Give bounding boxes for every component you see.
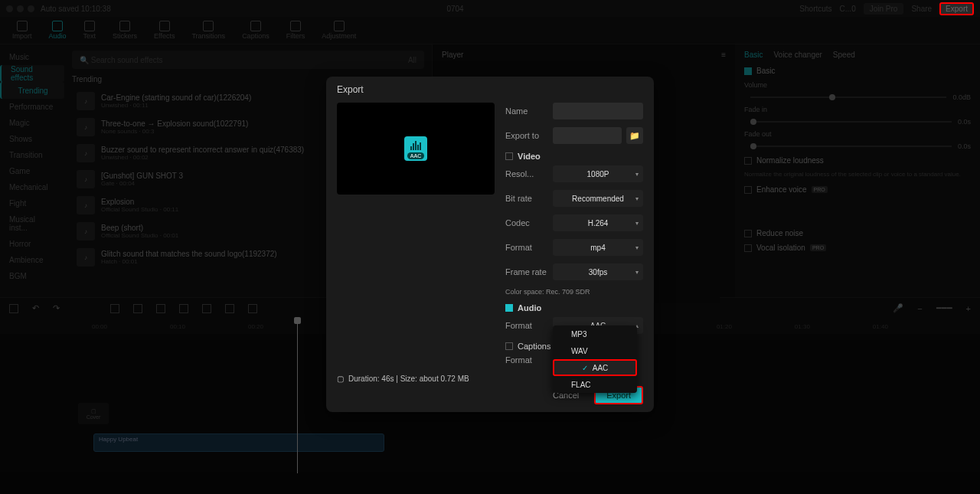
- credits-badge[interactable]: C...0: [840, 5, 856, 13]
- dropdown-mp3[interactable]: MP3: [553, 326, 637, 342]
- video-format-select[interactable]: mp4▾: [553, 239, 643, 256]
- cat-game[interactable]: Game: [0, 163, 64, 179]
- basic-checkbox[interactable]: [744, 67, 752, 75]
- playhead[interactable]: [297, 320, 298, 473]
- tab-filters[interactable]: Filters: [279, 19, 313, 41]
- properties-panel: Basic Voice changer Speed Basic Volume 0…: [735, 44, 980, 297]
- enhance-checkbox[interactable]: [744, 186, 752, 194]
- prop-tab-basic[interactable]: Basic: [744, 51, 763, 59]
- delete-icon[interactable]: [179, 304, 188, 313]
- audio-format-dropdown: MP3 WAV ✓AAC FLAC: [553, 326, 637, 393]
- resolution-select[interactable]: 1080P▾: [553, 165, 643, 182]
- sound-thumb-icon: ♪: [77, 196, 95, 214]
- normalize-checkbox[interactable]: [744, 157, 752, 165]
- redo-icon[interactable]: ↷: [53, 303, 60, 313]
- flag-icon[interactable]: [225, 304, 234, 313]
- document-title: 0704: [111, 5, 800, 13]
- tab-transitions[interactable]: Transitions: [184, 19, 233, 41]
- dropdown-flac[interactable]: FLAC: [553, 376, 637, 393]
- dropdown-wav[interactable]: WAV: [553, 342, 637, 359]
- cat-horror[interactable]: Horror: [0, 236, 64, 252]
- zoom-slider[interactable]: ━━━: [936, 303, 952, 313]
- duration-icon: ▢: [337, 375, 344, 383]
- select-tool-icon[interactable]: [9, 304, 18, 313]
- all-filter[interactable]: All: [408, 56, 416, 64]
- crop-icon[interactable]: [248, 304, 257, 313]
- mic-icon[interactable]: 🎤: [893, 303, 903, 313]
- cat-fight[interactable]: Fight: [0, 195, 64, 211]
- framerate-select[interactable]: 30fps▾: [553, 263, 643, 280]
- zoom-in-icon[interactable]: +: [966, 304, 971, 313]
- cat-transition[interactable]: Transition: [0, 147, 64, 163]
- share-button[interactable]: Share: [911, 5, 932, 13]
- marker-icon[interactable]: [202, 304, 211, 313]
- name-input[interactable]: [553, 103, 643, 119]
- player-menu-icon[interactable]: ≡: [721, 51, 726, 59]
- search-icon: 🔍: [80, 56, 89, 64]
- export-preview: AAC: [337, 103, 495, 195]
- fadeout-slider[interactable]: [750, 146, 952, 147]
- cat-trending[interactable]: Trending: [0, 82, 64, 99]
- cat-sound-effects[interactable]: Sound effects: [0, 65, 64, 82]
- split-icon[interactable]: [110, 304, 119, 313]
- cat-music[interactable]: Music: [0, 49, 64, 65]
- search-input[interactable]: 🔍 Search sound effects All: [72, 51, 424, 69]
- bitrate-select[interactable]: Recommended▾: [553, 190, 643, 207]
- titlebar: Auto saved 10:10:38 0704 Shortcuts C...0…: [0, 0, 980, 17]
- cover-thumbnail[interactable]: ▢Cover: [78, 403, 109, 424]
- prop-tab-voice[interactable]: Voice changer: [773, 51, 822, 59]
- audio-checkbox[interactable]: [505, 304, 513, 312]
- shortcuts-button[interactable]: Shortcuts: [799, 5, 831, 13]
- tab-import[interactable]: Import: [5, 19, 40, 41]
- tab-effects[interactable]: Effects: [146, 19, 182, 41]
- reduce-checkbox[interactable]: [744, 230, 752, 237]
- audio-file-icon: AAC: [404, 136, 427, 161]
- video-checkbox[interactable]: [505, 152, 513, 160]
- cat-ambience[interactable]: Ambience: [0, 252, 64, 268]
- volume-slider[interactable]: [750, 97, 946, 98]
- zoom-out-icon[interactable]: −: [917, 304, 922, 313]
- tab-audio[interactable]: Audio: [41, 19, 74, 41]
- sound-thumb-icon: ♪: [77, 92, 95, 110]
- export-path-input[interactable]: [553, 127, 622, 144]
- join-pro-button[interactable]: Join Pro: [864, 3, 904, 15]
- undo-icon[interactable]: ↶: [32, 303, 39, 313]
- top-toolbar: Import Audio Text Stickers Effects Trans…: [0, 17, 980, 44]
- sound-thumb-icon: ♪: [77, 222, 95, 240]
- trim-right-icon[interactable]: [156, 304, 165, 313]
- tab-captions[interactable]: Captions: [234, 19, 277, 41]
- export-button-top[interactable]: Export: [939, 2, 974, 15]
- tab-adjustment[interactable]: Adjustment: [314, 19, 364, 41]
- audio-clip[interactable]: Happy Upbeat: [93, 433, 384, 452]
- sound-thumb-icon: ♪: [77, 248, 95, 267]
- vocal-checkbox[interactable]: [744, 244, 752, 252]
- cat-bgm[interactable]: BGM: [0, 268, 64, 284]
- trim-left-icon[interactable]: [133, 304, 142, 313]
- cat-musical[interactable]: Musical inst...: [0, 211, 64, 236]
- player-label: Player: [442, 51, 463, 59]
- tab-stickers[interactable]: Stickers: [105, 19, 145, 41]
- sound-thumb-icon: ♪: [77, 170, 95, 188]
- folder-icon[interactable]: 📁: [626, 127, 643, 144]
- autosave-label: Auto saved 10:10:38: [41, 5, 111, 13]
- cat-magic[interactable]: Magic: [0, 115, 64, 131]
- dialog-title: Export: [326, 77, 654, 103]
- sound-thumb-icon: ♪: [77, 144, 95, 162]
- export-footer-info: Duration: 46s | Size: about 0.72 MB: [348, 375, 469, 383]
- cat-mechanical[interactable]: Mechanical: [0, 179, 64, 195]
- codec-select[interactable]: H.264▾: [553, 214, 643, 231]
- cat-shows[interactable]: Shows: [0, 131, 64, 147]
- captions-checkbox[interactable]: [505, 342, 513, 350]
- category-sidebar: Music Sound effects Trending Performance…: [0, 44, 64, 297]
- window-controls[interactable]: [6, 5, 34, 12]
- tab-text[interactable]: Text: [76, 19, 104, 41]
- prop-tab-speed[interactable]: Speed: [833, 51, 855, 59]
- sound-thumb-icon: ♪: [77, 118, 95, 136]
- cat-performance[interactable]: Performance: [0, 99, 64, 115]
- fadein-slider[interactable]: [750, 121, 952, 123]
- dropdown-aac[interactable]: ✓AAC: [553, 359, 637, 376]
